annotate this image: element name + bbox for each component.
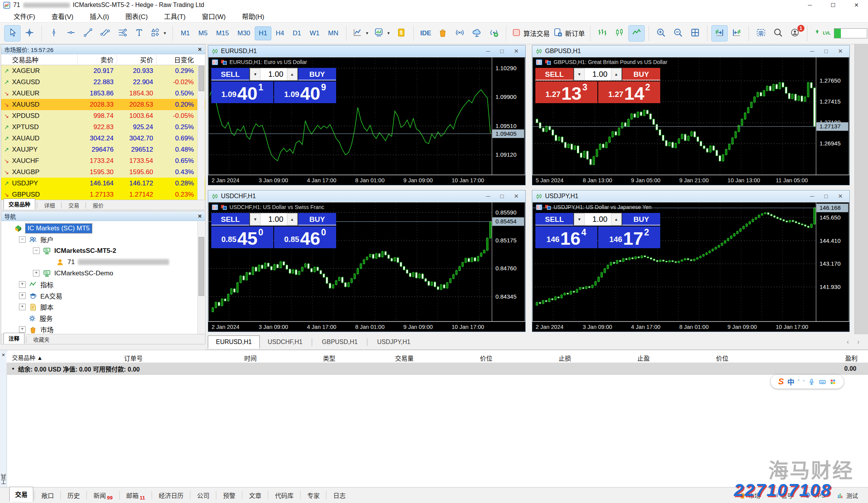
close-icon[interactable]: ✕ — [514, 48, 519, 55]
timeframe-m15-button[interactable]: M15 — [212, 26, 233, 40]
navigator-item-4[interactable]: +ICMarketsSC-Demo — [1, 268, 205, 279]
close-button[interactable]: ✕ — [845, 0, 868, 10]
bottom-tab-8[interactable]: 文章 — [243, 488, 267, 502]
bottom-tab-5[interactable]: 经济日历 — [153, 488, 189, 502]
navigator-item-8[interactable]: 服务 — [1, 313, 205, 324]
one-click-trading-icon[interactable] — [545, 204, 551, 210]
crosshair-button[interactable] — [21, 25, 38, 41]
market-watch-row[interactable]: ↘XAUEUR1853.861854.300.50% — [1, 88, 205, 99]
navigator-item-1[interactable]: −账户 — [1, 234, 205, 245]
buy-button[interactable]: BUY — [298, 213, 336, 226]
microphone-icon[interactable] — [808, 378, 815, 385]
volume-stepper[interactable]: ▼1.00▲ — [574, 68, 622, 81]
bottom-tab-10[interactable]: 专家 — [302, 488, 325, 502]
menu-item-4[interactable]: 工具(T) — [156, 10, 194, 22]
sell-price[interactable]: 146164 — [535, 226, 597, 248]
bottom-tab-1[interactable]: 敞口 — [36, 488, 59, 502]
market-watch-tab-0[interactable]: 交易品种 — [3, 199, 35, 210]
expand-icon[interactable]: + — [19, 326, 26, 333]
chart-body[interactable]: 1.276501.274151.271801.269451.271375 Jan… — [532, 57, 849, 185]
chart-window-titlebar[interactable]: EURUSD,H1─□✕ — [208, 45, 525, 57]
tile-windows-button[interactable] — [687, 25, 703, 41]
new-order-button[interactable]: 新订单 — [552, 25, 586, 41]
volume-stepper[interactable]: ▼1.00▲ — [250, 213, 298, 226]
status-item-3[interactable]: 测试 — [836, 491, 858, 500]
shift-end-button[interactable] — [711, 25, 728, 41]
cursor-button[interactable] — [4, 25, 21, 41]
trade-column-header-3[interactable]: 类型 — [323, 353, 335, 363]
depth-of-market-icon[interactable] — [536, 59, 542, 65]
market-watch-column-header[interactable]: 卖价 — [77, 55, 117, 64]
maximize-icon[interactable]: □ — [824, 193, 828, 200]
minimize-button[interactable]: ─ — [798, 0, 821, 10]
market-watch-row[interactable]: ↗XAUAUD3042.243042.700.69% — [1, 133, 205, 144]
bottom-tab-9[interactable]: 代码库 — [269, 488, 299, 502]
sell-button[interactable]: SELL — [211, 213, 249, 226]
quotes-dollar-button[interactable]: $ — [393, 25, 409, 41]
buy-button[interactable]: BUY — [622, 213, 660, 226]
maximize-button[interactable]: ☐ — [821, 0, 845, 10]
volume-increase-button[interactable]: ▲ — [611, 213, 621, 225]
close-icon[interactable]: ✕ — [2, 353, 5, 358]
volume-increase-button[interactable]: ▲ — [611, 68, 621, 80]
zoom-out-button[interactable] — [670, 25, 686, 41]
trade-column-header-5[interactable]: 价位 — [480, 353, 492, 363]
fibonacci-button[interactable] — [114, 25, 130, 41]
depth-of-market-icon[interactable] — [536, 204, 542, 210]
volume-decrease-button[interactable]: ▼ — [250, 213, 261, 225]
shapes-button[interactable]: ▼ — [148, 25, 169, 41]
line-chart-button[interactable] — [628, 25, 645, 41]
navigator-tab-0[interactable]: 注释 — [3, 333, 24, 344]
minimize-icon[interactable]: ─ — [486, 48, 490, 55]
close-icon[interactable]: ✕ — [198, 47, 202, 52]
sell-price[interactable]: 0.85450 — [211, 226, 273, 248]
text-tool-button[interactable] — [131, 25, 147, 41]
zoom-in-button[interactable] — [653, 25, 669, 41]
trade-column-header-0[interactable]: 交易品种 ▲ — [12, 353, 43, 361]
signals-button[interactable] — [452, 25, 468, 41]
sell-button[interactable]: SELL — [535, 213, 573, 226]
screenshot-button[interactable] — [753, 25, 769, 41]
one-click-trading-icon[interactable] — [221, 204, 227, 210]
volume-stepper[interactable]: ▼1.00▲ — [574, 213, 622, 226]
market-watch-column-header[interactable]: 日变化 — [156, 55, 198, 64]
market-watch-row[interactable]: ↗XPTUSD922.83925.240.25% — [1, 121, 205, 133]
maximize-icon[interactable]: □ — [500, 48, 504, 55]
market-watch-tab-3[interactable]: 报价 — [88, 200, 108, 210]
tab-scroll-arrows[interactable]: ‹ › — [847, 338, 868, 346]
volume-decrease-button[interactable]: ▼ — [574, 213, 585, 225]
market-watch-row[interactable]: ↘XAUUSD2028.332028.530.20% — [1, 99, 205, 110]
cloud-button[interactable] — [469, 25, 485, 41]
collapse-icon[interactable]: − — [19, 236, 26, 243]
navigator-item-5[interactable]: +指标 — [1, 279, 205, 290]
ime-toolbox-icon[interactable] — [830, 379, 836, 385]
maximize-icon[interactable]: □ — [500, 193, 504, 200]
bottom-tab-11[interactable]: 日志 — [328, 488, 351, 502]
buy-price[interactable]: 1.27142 — [598, 81, 660, 103]
broadcast-add-button[interactable] — [486, 25, 502, 41]
toolbox-side-label[interactable]: 工具 — [0, 474, 7, 485]
channel-button[interactable] — [97, 25, 113, 41]
volume-decrease-button[interactable]: ▼ — [250, 68, 261, 80]
bottom-tab-2[interactable]: 历史 — [62, 488, 85, 502]
timeframe-h4-button[interactable]: H4 — [271, 26, 288, 40]
bottom-tab-7[interactable]: 预警 — [217, 488, 241, 502]
one-click-trading-icon[interactable] — [545, 59, 551, 65]
timeframe-m30-button[interactable]: M30 — [233, 26, 255, 40]
search-button[interactable] — [770, 25, 786, 41]
trade-column-header-2[interactable]: 时间 — [244, 353, 257, 363]
market-watch-row[interactable]: ↘XAUGBP1595.301595.600.43% — [1, 166, 205, 178]
navigator-tab-1[interactable]: 收藏夹 — [29, 334, 54, 344]
bottom-tab-0[interactable]: 交易 — [9, 487, 33, 502]
algo-trading-button[interactable]: 算法交易 — [510, 25, 551, 41]
ime-punctuation-mode[interactable]: ゜' — [798, 378, 804, 385]
chart-line-dd-button[interactable]: ▼ — [350, 25, 371, 41]
trade-column-header-1[interactable]: 订单号 — [124, 353, 143, 363]
depth-of-market-icon[interactable] — [212, 204, 218, 210]
menu-item-0[interactable]: 文件(F) — [5, 10, 43, 22]
one-click-trading-icon[interactable] — [221, 59, 227, 65]
chart-tab-gbpusd[interactable]: GBPUSD,H1 — [314, 336, 365, 348]
close-icon[interactable]: ✕ — [514, 193, 519, 200]
hline-button[interactable] — [63, 25, 79, 41]
bottom-tab-3[interactable]: 新闻99 — [88, 488, 118, 502]
